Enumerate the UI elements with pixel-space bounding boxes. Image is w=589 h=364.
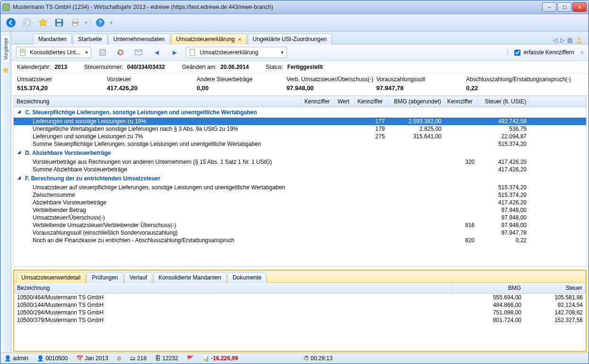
grid-row[interactable]: Summe Steuerpflichtige Lieferungen, sons… bbox=[14, 140, 586, 148]
document-toolbar: Konsolidiertes Unt... ▾ ◀ ▶ Umsatzsteuer… bbox=[11, 44, 589, 61]
money-icon: 📊 bbox=[202, 355, 209, 362]
favorite-button[interactable] bbox=[36, 16, 50, 29]
document-icon bbox=[19, 49, 27, 56]
tab-next-icon[interactable]: ▷ bbox=[560, 37, 564, 43]
forward-button[interactable] bbox=[20, 16, 34, 29]
toolbar-action1[interactable] bbox=[96, 46, 109, 59]
collapse-icon[interactable]: « bbox=[580, 49, 584, 56]
grid-row[interactable]: Vorsteuerbeträge aus Rechnungen von ande… bbox=[14, 158, 586, 166]
grid-row[interactable]: Lieferungen und sonstige Leistungen zu 1… bbox=[14, 118, 586, 125]
svg-text:?: ? bbox=[98, 19, 102, 26]
svg-rect-4 bbox=[57, 19, 61, 22]
svg-point-1 bbox=[6, 18, 16, 27]
nav-prev-icon[interactable]: ◀ bbox=[150, 46, 163, 59]
save-button[interactable] bbox=[52, 16, 66, 29]
grid-row[interactable]: Summe Abziehbare Vorsteuerbeträge417.426… bbox=[14, 166, 586, 173]
detail-body[interactable]: 10500/464/Mustermann TS GmbH555.694,0010… bbox=[14, 294, 586, 324]
mail-icon[interactable] bbox=[132, 46, 145, 59]
options-handle-icon[interactable]: ⋮ bbox=[505, 49, 511, 56]
grid-row[interactable]: Vorauszahlungssoll (einschließlich Sonde… bbox=[14, 229, 586, 237]
tab-ungeklaerte-ust[interactable]: Ungeklärte USt-Zuordnungen bbox=[248, 34, 332, 44]
svg-point-2 bbox=[22, 18, 32, 27]
svg-rect-15 bbox=[100, 50, 105, 55]
status-bar: 👤 admin 👤 0010500 📅 Jan 2013 ⊘ 🗂 218 🗄 1… bbox=[0, 353, 589, 364]
flag-icon: 🚩 bbox=[187, 355, 194, 362]
chevron-down-icon: ▾ bbox=[85, 49, 88, 56]
detail-row[interactable]: 10500/294/Mustermann TS GmbH751.098,0014… bbox=[14, 309, 586, 316]
svg-rect-14 bbox=[21, 52, 24, 52]
erfasste-kennziffern-checkbox[interactable] bbox=[514, 50, 520, 56]
grid-section[interactable]: C. Steuerpflichtige Lieferungen, sonstig… bbox=[14, 107, 586, 118]
main-toolbar: ▾ ? ▾ bbox=[0, 14, 589, 32]
tab-unternehmensdaten[interactable]: Unternehmensdaten bbox=[108, 34, 170, 44]
erfasste-kennziffern-label: erfasste Kennziffern bbox=[524, 49, 574, 56]
star-icon[interactable] bbox=[2, 67, 9, 74]
subtab-verlauf[interactable]: Verlauf bbox=[124, 272, 152, 283]
svg-rect-0 bbox=[3, 4, 9, 10]
close-button[interactable]: ✕ bbox=[572, 2, 587, 12]
refresh-icon[interactable] bbox=[114, 46, 127, 59]
back-button[interactable] bbox=[4, 16, 17, 29]
detail-header: Bezeichnung BMG Steuer bbox=[14, 283, 586, 294]
grid-row[interactable]: Lieferungen und sonstige Leistungen zu 7… bbox=[14, 133, 586, 140]
grid-row[interactable]: Abziehbare Vorsteuerbeträge417.426,20 bbox=[14, 199, 586, 206]
chevron-down-icon: ▾ bbox=[281, 49, 284, 56]
error-icon: ⊘ bbox=[117, 355, 121, 362]
help-button[interactable]: ? bbox=[94, 16, 107, 29]
main-grid: Bezeichnung Kennziffer Wert Kennziffer B… bbox=[13, 96, 587, 267]
detail-row[interactable]: 10500/464/Mustermann TS GmbH555.694,0010… bbox=[14, 294, 586, 301]
tab-prev-icon[interactable]: ◁ bbox=[553, 37, 557, 43]
app-icon bbox=[2, 3, 10, 11]
form-icon bbox=[189, 49, 197, 56]
totals-bar: Umsatzsteuer515.374,20 Vorsteuer417.426,… bbox=[11, 74, 589, 96]
meta-bar: Kalenderjahr:2013 Steuernummer:040/334/0… bbox=[11, 61, 589, 74]
detail-panel: Umsatzsteuerwertdetail Prüfungen Verlauf… bbox=[13, 270, 587, 352]
subtab-detail[interactable]: Umsatzsteuerwertdetail bbox=[16, 272, 86, 283]
svg-rect-5 bbox=[57, 23, 61, 26]
print-button[interactable] bbox=[69, 16, 82, 29]
grid-section[interactable]: F. Berechnung der zu entrichtenden Umsat… bbox=[14, 173, 586, 184]
window-title: Mustermann TS GmbH (1234) - Wirtschaftsj… bbox=[10, 4, 542, 10]
grid-body[interactable]: C. Steuerpflichtige Lieferungen, sonstig… bbox=[14, 107, 586, 266]
subtab-dokumente[interactable]: Dokumente bbox=[227, 272, 267, 283]
calendar-icon: 📅 bbox=[76, 355, 83, 362]
sidebar: Vorgänge bbox=[0, 32, 11, 353]
nav-next-icon[interactable]: ▶ bbox=[168, 46, 181, 59]
svg-rect-13 bbox=[21, 51, 24, 51]
detail-row[interactable]: 10500/379/Mustermann TS GmbH801.724,0015… bbox=[14, 316, 586, 324]
db-icon: 🗄 bbox=[155, 355, 161, 362]
grid-row[interactable]: Noch an die Finanzkasse zu entrichten - … bbox=[14, 237, 586, 244]
grid-row[interactable]: Unentgeltliche Wertabgaben sonstige Lief… bbox=[14, 125, 586, 133]
tab-list-icon[interactable]: ▤ bbox=[567, 37, 572, 43]
app-window: Mustermann TS GmbH (1234) - Wirtschaftsj… bbox=[0, 0, 589, 364]
grid-row[interactable]: Umsatzsteuer auf steuerpflichtige Liefer… bbox=[14, 184, 586, 191]
entity-combo[interactable]: Konsolidiertes Unt... ▾ bbox=[16, 47, 91, 58]
svg-rect-8 bbox=[73, 24, 78, 26]
user-icon[interactable] bbox=[575, 36, 583, 44]
tab-umsatzsteuererklaerung[interactable]: Umsatzsteuererklärung✕ bbox=[171, 34, 247, 44]
detail-row[interactable]: 10500/144/Mustermann TS GmbH484.866,0092… bbox=[14, 301, 586, 309]
subtab-konsolidierte[interactable]: Konsolidierte Mandanten bbox=[153, 272, 226, 283]
grid-row[interactable]: Umsatzsteuer/Überschuss(-)97.948,00 bbox=[14, 214, 586, 221]
svg-rect-7 bbox=[73, 19, 78, 22]
subtab-pruefungen[interactable]: Prüfungen bbox=[87, 272, 123, 283]
user-status-icon: 👤 bbox=[4, 355, 11, 362]
grid-row[interactable]: Zwischensumme515.374,20 bbox=[14, 191, 586, 199]
detail-tabs: Umsatzsteuerwertdetail Prüfungen Verlauf… bbox=[14, 271, 586, 283]
grid-section[interactable]: D. Abziehbare Vorsteuerbeträge bbox=[14, 148, 586, 158]
tab-startseite[interactable]: Startseite bbox=[73, 34, 107, 44]
grid-row[interactable]: Verbleibende Umsatzsteuer/Verbleibender … bbox=[14, 221, 586, 229]
grid-row[interactable]: Verbleibender Betrag97.948,00 bbox=[14, 206, 586, 214]
document-tabs: Mandanten Startseite Unternehmensdaten U… bbox=[11, 32, 589, 44]
minimize-button[interactable]: ─ bbox=[542, 2, 556, 12]
tab-close-icon[interactable]: ✕ bbox=[238, 37, 242, 42]
maximize-button[interactable]: ☐ bbox=[557, 2, 572, 12]
sidebar-tab-vorgaenge[interactable]: Vorgänge bbox=[1, 34, 10, 63]
titlebar: Mustermann TS GmbH (1234) - Wirtschaftsj… bbox=[0, 0, 589, 14]
svg-rect-17 bbox=[190, 49, 195, 56]
clock-icon: ⏱ bbox=[303, 355, 309, 362]
grid-header: Bezeichnung Kennziffer Wert Kennziffer B… bbox=[14, 96, 586, 107]
tab-mandanten[interactable]: Mandanten bbox=[33, 34, 72, 44]
form-combo[interactable]: Umsatzsteuererklärung ▾ bbox=[186, 47, 287, 58]
stack-icon: 🗂 bbox=[130, 355, 136, 362]
